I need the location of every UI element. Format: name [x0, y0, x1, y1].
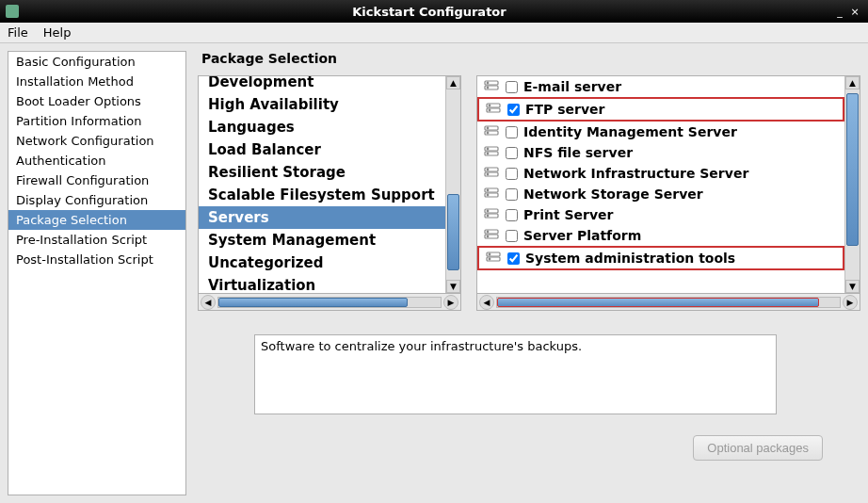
- package-checkbox[interactable]: [507, 252, 520, 265]
- package-item[interactable]: E-mail server: [477, 76, 844, 97]
- svg-point-30: [487, 231, 489, 233]
- titlebar: Kickstart Configurator _ ×: [0, 0, 868, 23]
- package-item[interactable]: Identity Management Server: [477, 122, 844, 142]
- scroll-up-icon[interactable]: ▲: [446, 76, 460, 89]
- menu-help[interactable]: Help: [43, 25, 72, 40]
- package-item[interactable]: Network Storage Server: [477, 184, 844, 204]
- package-pane: E-mail serverFTP serverIdentity Manageme…: [476, 75, 860, 294]
- svg-point-6: [489, 105, 490, 106]
- category-scrollbar[interactable]: ▲ ▼: [445, 76, 460, 293]
- scroll-up-icon[interactable]: ▲: [845, 76, 860, 89]
- sidebar-item-pre-installation-script[interactable]: Pre-Installation Script: [8, 230, 185, 250]
- package-checkbox[interactable]: [507, 104, 520, 116]
- svg-point-27: [487, 215, 489, 217]
- server-icon: [483, 186, 500, 203]
- svg-point-19: [487, 173, 489, 175]
- package-item[interactable]: Print Server: [477, 204, 844, 225]
- server-icon: [483, 206, 500, 223]
- package-item[interactable]: Network Infrastructure Server: [477, 163, 844, 184]
- svg-point-18: [487, 169, 489, 170]
- scroll-right-icon[interactable]: ▶: [843, 295, 858, 310]
- package-checkbox[interactable]: [506, 168, 518, 180]
- package-checkbox[interactable]: [506, 188, 518, 201]
- svg-point-15: [487, 153, 489, 154]
- server-icon: [485, 101, 502, 118]
- menubar: File Help: [0, 23, 868, 43]
- category-pane: DevelopmentHigh AvailabilityLanguagesLoa…: [198, 75, 461, 294]
- package-label: Identity Management Server: [523, 124, 737, 139]
- close-button[interactable]: ×: [847, 6, 862, 18]
- category-item[interactable]: System Management: [199, 229, 445, 252]
- package-item[interactable]: NFS file server: [477, 142, 844, 163]
- svg-point-3: [487, 87, 489, 89]
- svg-point-2: [487, 82, 489, 84]
- scroll-down-icon[interactable]: ▼: [845, 280, 860, 293]
- package-label: Network Infrastructure Server: [523, 166, 748, 181]
- package-checkbox[interactable]: [506, 147, 518, 159]
- package-label: System administration tools: [525, 251, 735, 266]
- server-icon: [485, 250, 502, 267]
- content-area: Basic ConfigurationInstallation MethodBo…: [0, 43, 868, 503]
- sidebar-item-installation-method[interactable]: Installation Method: [8, 72, 185, 91]
- package-label: E-mail server: [523, 79, 621, 94]
- server-icon: [483, 144, 500, 161]
- sidebar-item-package-selection[interactable]: Package Selection: [8, 210, 185, 230]
- description-box: Software to centralize your infrastructu…: [254, 334, 777, 414]
- package-item[interactable]: FTP server: [477, 97, 844, 122]
- scroll-down-icon[interactable]: ▼: [446, 280, 460, 293]
- sidebar-item-display-configuration[interactable]: Display Configuration: [8, 190, 185, 210]
- package-checkbox[interactable]: [506, 126, 518, 138]
- category-item[interactable]: Load Balancer: [199, 138, 445, 161]
- sidebar-item-authentication[interactable]: Authentication: [8, 151, 185, 170]
- category-item[interactable]: Resilient Storage: [199, 161, 445, 184]
- page-title: Package Selection: [198, 51, 860, 66]
- sidebar-item-network-configuration[interactable]: Network Configuration: [8, 131, 185, 151]
- optional-packages-button[interactable]: Optional packages: [693, 435, 823, 461]
- package-checkbox[interactable]: [506, 209, 518, 221]
- svg-point-34: [489, 253, 490, 255]
- sidebar: Basic ConfigurationInstallation MethodBo…: [8, 51, 186, 495]
- package-label: Print Server: [523, 207, 614, 222]
- description-text: Software to centralize your infrastructu…: [261, 339, 582, 353]
- svg-point-23: [487, 194, 489, 196]
- window-title: Kickstart Configurator: [26, 5, 832, 19]
- category-item[interactable]: Uncategorized: [199, 252, 445, 274]
- svg-point-22: [487, 189, 489, 191]
- scroll-right-icon[interactable]: ▶: [443, 295, 458, 310]
- package-item[interactable]: System administration tools: [477, 246, 844, 270]
- package-checkbox[interactable]: [506, 81, 518, 93]
- scroll-left-icon[interactable]: ◀: [479, 295, 494, 310]
- package-label: NFS file server: [523, 145, 633, 160]
- sidebar-item-firewall-configuration[interactable]: Firewall Configuration: [8, 170, 185, 190]
- package-label: FTP server: [525, 102, 605, 117]
- category-item[interactable]: High Availability: [199, 93, 445, 116]
- svg-point-31: [487, 235, 489, 237]
- package-scrollbar[interactable]: ▲ ▼: [844, 76, 860, 293]
- server-icon: [483, 123, 500, 140]
- sidebar-item-boot-loader-options[interactable]: Boot Loader Options: [8, 91, 185, 111]
- svg-point-35: [489, 258, 490, 260]
- main-panel: Package Selection DevelopmentHigh Availa…: [198, 51, 860, 495]
- svg-point-7: [489, 109, 490, 111]
- minimize-button[interactable]: _: [832, 6, 847, 18]
- package-hscroll[interactable]: ◀ ▶: [476, 294, 860, 311]
- svg-point-11: [487, 132, 489, 134]
- svg-point-14: [487, 148, 489, 150]
- scroll-left-icon[interactable]: ◀: [201, 295, 216, 310]
- category-item[interactable]: Servers: [199, 206, 445, 229]
- svg-point-26: [487, 210, 489, 212]
- category-item[interactable]: Virtualization: [199, 274, 445, 293]
- category-item[interactable]: Languages: [199, 116, 445, 138]
- category-hscroll[interactable]: ◀ ▶: [198, 294, 461, 311]
- app-icon: [6, 5, 19, 18]
- sidebar-item-post-installation-script[interactable]: Post-Installation Script: [8, 250, 185, 269]
- server-icon: [483, 165, 500, 182]
- sidebar-item-basic-configuration[interactable]: Basic Configuration: [8, 52, 185, 72]
- category-item[interactable]: Scalable Filesystem Support: [199, 184, 445, 206]
- sidebar-item-partition-information[interactable]: Partition Information: [8, 111, 185, 131]
- category-item[interactable]: Development: [199, 75, 445, 93]
- package-item[interactable]: Server Platform: [477, 225, 844, 246]
- package-label: Network Storage Server: [523, 187, 703, 202]
- menu-file[interactable]: File: [8, 25, 28, 40]
- package-checkbox[interactable]: [506, 230, 518, 242]
